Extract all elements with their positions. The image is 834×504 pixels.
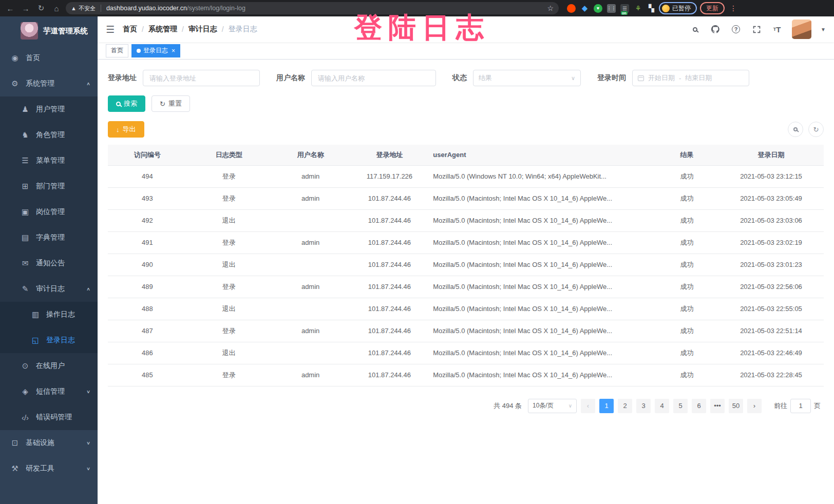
sidebar-item-audit-log[interactable]: ✎审计日志∧ — [0, 276, 98, 302]
sidebar-item-operate-log[interactable]: ▥操作日志 — [0, 302, 98, 327]
table-row[interactable]: 486退出101.87.244.46Mozilla/5.0 (Macintosh… — [108, 342, 824, 364]
page-button-4[interactable]: 4 — [655, 399, 669, 413]
org-tree-icon: ⊞ — [21, 182, 30, 191]
cell-ip: 101.87.244.46 — [350, 254, 429, 276]
page-jump-input[interactable] — [790, 399, 811, 413]
hamburger-icon[interactable]: ☰ — [106, 24, 115, 35]
home-icon[interactable]: ⌂ — [50, 2, 63, 14]
cell-result: 成功 — [655, 298, 718, 320]
login-address-label: 登录地址 — [108, 73, 137, 83]
breadcrumb-item[interactable]: 系统管理 — [148, 25, 177, 34]
table-row[interactable]: 485登录admin101.87.244.46Mozilla/5.0 (Maci… — [108, 364, 824, 386]
table-row[interactable]: 494登录admin117.159.17.226Mozilla/5.0 (Win… — [108, 165, 824, 187]
font-size-icon[interactable]: TT — [771, 24, 783, 35]
browser-menu-icon[interactable]: ⋮ — [728, 4, 739, 12]
breadcrumb-item: 登录日志 — [229, 25, 257, 34]
cell-username: admin — [271, 364, 350, 386]
extension-icon[interactable]: ♥ — [594, 4, 602, 13]
close-icon[interactable]: × — [172, 47, 175, 54]
sidebar-item-org-tree[interactable]: ⊞部门管理 — [0, 173, 98, 199]
back-icon[interactable]: ← — [4, 2, 16, 14]
table-row[interactable]: 490退出101.87.244.46Mozilla/5.0 (Macintosh… — [108, 254, 824, 276]
page-button-5[interactable]: 5 — [673, 399, 688, 413]
page-button-1[interactable]: 1 — [599, 399, 614, 413]
divider — [101, 5, 101, 12]
status-select[interactable]: 结果 ∨ — [473, 70, 581, 86]
search-button[interactable]: 搜索 — [108, 95, 145, 112]
cell-ip: 101.87.244.46 — [350, 231, 429, 254]
page-button-50[interactable]: 50 — [729, 399, 743, 413]
sidebar-item-roles[interactable]: ♞角色管理 — [0, 122, 98, 148]
prev-page-button[interactable]: ‹ — [581, 399, 595, 413]
page-button-3[interactable]: 3 — [636, 399, 651, 413]
chevron-down-icon: ∨ — [86, 389, 90, 394]
table-row[interactable]: 488退出101.87.244.46Mozilla/5.0 (Macintosh… — [108, 298, 824, 320]
next-page-button[interactable]: › — [747, 399, 762, 413]
app-logo-row[interactable]: 芋道管理系统 — [0, 16, 98, 45]
extensions-puzzle-icon[interactable]: ▚ — [647, 4, 656, 13]
cell-username: admin — [271, 187, 350, 209]
page-button-6[interactable]: 6 — [692, 399, 706, 413]
sidebar-item-error-code[interactable]: ‹/›错误码管理 — [0, 404, 98, 430]
cell-logType: 登录 — [187, 165, 271, 187]
paused-extension-pill[interactable]: 已暂停 — [659, 2, 697, 14]
table-row[interactable]: 491登录admin101.87.244.46Mozilla/5.0 (Maci… — [108, 231, 824, 254]
sidebar-item-menu-tree[interactable]: ☰菜单管理 — [0, 148, 98, 173]
avatar[interactable] — [792, 20, 811, 39]
page-button-2[interactable]: 2 — [618, 399, 632, 413]
bookmark-star-icon[interactable]: ☆ — [547, 4, 554, 12]
table-row[interactable]: 487登录admin101.87.244.46Mozilla/5.0 (Maci… — [108, 320, 824, 342]
sidebar-item-notice[interactable]: ✉通知公告 — [0, 250, 98, 276]
refresh-table-button[interactable]: ↻ — [808, 122, 824, 137]
extension-icon[interactable]: ⋮⋮ — [607, 4, 616, 13]
forward-icon[interactable]: → — [20, 2, 32, 14]
chevron-down-icon: ∨ — [571, 75, 575, 82]
toggle-search-button[interactable] — [788, 122, 803, 137]
extension-icon[interactable]: ◆ — [580, 4, 589, 13]
sms-icon: ◈ — [21, 387, 30, 396]
sidebar-item-login-log[interactable]: ◱登录日志 — [0, 327, 98, 353]
reload-icon[interactable]: ↻ — [35, 2, 47, 14]
calendar-icon — [638, 75, 644, 81]
not-secure-warning[interactable]: ▲ 不安全 — [71, 5, 96, 12]
sidebar-item-user[interactable]: ♟用户管理 — [0, 96, 98, 122]
username-input[interactable] — [311, 70, 436, 86]
extension-icon[interactable]: ⚘ — [634, 4, 642, 13]
more-pages-button[interactable]: ••• — [710, 399, 725, 413]
sidebar-item-sms[interactable]: ◈短信管理∨ — [0, 379, 98, 404]
tag-home[interactable]: 首页 — [106, 44, 128, 57]
search-icon[interactable] — [689, 24, 700, 35]
page-size-select[interactable]: 10条/页 ∨ — [528, 399, 577, 413]
chevron-down-icon[interactable]: ▼ — [821, 27, 826, 32]
sidebar-item-online-user[interactable]: ⊙在线用户 — [0, 353, 98, 379]
table-row[interactable]: 489登录admin101.87.244.46Mozilla/5.0 (Maci… — [108, 276, 824, 298]
login-address-input[interactable] — [143, 70, 260, 86]
export-button[interactable]: ↓ 导出 — [108, 121, 144, 138]
table-row[interactable]: 492退出101.87.244.46Mozilla/5.0 (Macintosh… — [108, 209, 824, 231]
operate-log-icon: ▥ — [31, 310, 40, 319]
browser-update-button[interactable]: 更新 — [700, 2, 725, 14]
extension-icon[interactable]: ☰on — [620, 4, 629, 13]
sidebar-item-infra[interactable]: ⊡基础设施∨ — [0, 430, 98, 456]
audit-log-icon: ✎ — [21, 284, 30, 294]
cell-loginDate: 2021-05-03 22:46:49 — [718, 342, 824, 364]
github-icon[interactable] — [710, 24, 721, 35]
cell-result: 成功 — [655, 165, 718, 187]
sidebar-item-post[interactable]: ▣岗位管理 — [0, 199, 98, 225]
table-row[interactable]: 493登录admin101.87.244.46Mozilla/5.0 (Maci… — [108, 187, 824, 209]
help-icon[interactable]: ? — [730, 24, 742, 35]
sidebar-item-devtools[interactable]: ⚒研发工具∨ — [0, 456, 98, 481]
cell-username: admin — [271, 165, 350, 187]
breadcrumb-item[interactable]: 审计日志 — [188, 25, 217, 34]
tag-login-log[interactable]: 登录日志 × — [131, 44, 180, 57]
sidebar-item-dict[interactable]: ▤字典管理 — [0, 225, 98, 250]
breadcrumb-item[interactable]: 首页 — [123, 25, 137, 34]
fullscreen-icon[interactable] — [751, 24, 762, 35]
extension-icon[interactable] — [567, 4, 576, 13]
login-time-range-picker[interactable]: 开始日期 - 结束日期 — [632, 70, 749, 86]
sidebar-item-dashboard[interactable]: ◉首页 — [0, 45, 98, 71]
sidebar-item-gear[interactable]: ⚙系统管理∧ — [0, 71, 98, 96]
extension-tray: ◆ ♥ ⋮⋮ ☰on ⚘ ▚ — [567, 4, 656, 13]
reset-button[interactable]: ↻ 重置 — [151, 95, 190, 112]
cell-result: 成功 — [655, 342, 718, 364]
